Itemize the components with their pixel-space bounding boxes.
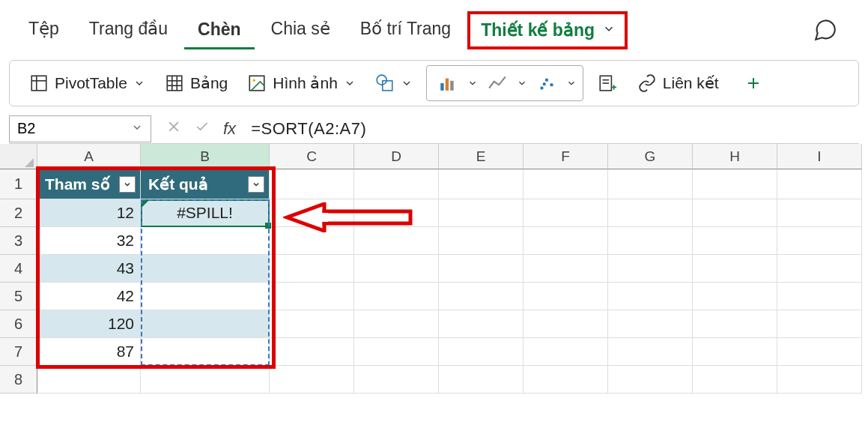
row-header-4[interactable]: 4 (0, 255, 37, 283)
row-header-7[interactable]: 7 (0, 338, 37, 366)
select-all-corner[interactable] (0, 144, 37, 169)
tab-insert[interactable]: Chèn (184, 10, 255, 49)
cell-B2[interactable]: #SPILL! (141, 199, 270, 227)
cell-B3[interactable] (141, 227, 270, 255)
tab-table-design[interactable]: Thiết kế bảng (467, 11, 628, 49)
cell[interactable] (523, 283, 608, 310)
cell[interactable] (693, 255, 777, 283)
pivottable-button[interactable]: PivotTable (23, 69, 151, 97)
cell[interactable] (354, 283, 439, 310)
cell[interactable] (608, 227, 693, 255)
image-button[interactable]: Hình ảnh (241, 69, 362, 97)
cell[interactable] (777, 169, 862, 199)
cell[interactable] (439, 255, 523, 283)
filter-button[interactable] (248, 176, 264, 193)
table-button[interactable]: Bảng (159, 69, 234, 97)
cell[interactable] (439, 227, 523, 255)
enter-icon[interactable] (195, 119, 210, 139)
col-header-I[interactable]: I (777, 144, 862, 169)
col-header-A[interactable]: A (37, 144, 141, 169)
cell[interactable] (523, 227, 608, 255)
col-header-H[interactable]: H (693, 144, 777, 169)
table-header-tham-so[interactable]: Tham số (37, 169, 141, 199)
row-header-8[interactable]: 8 (0, 366, 37, 394)
cell[interactable] (608, 255, 693, 283)
cell[interactable] (270, 255, 354, 283)
line-chart-button[interactable] (482, 70, 512, 97)
cell-A4[interactable]: 43 (37, 255, 141, 283)
row-header-1[interactable]: 1 (0, 169, 37, 199)
cell-B6[interactable] (141, 310, 270, 338)
row-header-6[interactable]: 6 (0, 310, 37, 338)
cell[interactable] (523, 338, 608, 366)
cell[interactable] (354, 366, 439, 394)
cell[interactable] (439, 338, 523, 366)
shapes-button[interactable] (369, 69, 419, 97)
cell[interactable] (270, 169, 354, 199)
row-header-2[interactable]: 2 (0, 199, 37, 227)
cell-B4[interactable] (141, 255, 270, 283)
cell[interactable] (693, 169, 777, 199)
cell[interactable] (354, 310, 439, 338)
col-header-G[interactable]: G (608, 144, 693, 169)
cell[interactable] (608, 169, 693, 199)
col-header-D[interactable]: D (354, 144, 439, 169)
new-comment-button[interactable] (738, 70, 768, 97)
name-box[interactable]: B2 (9, 115, 151, 142)
cell[interactable] (608, 338, 693, 366)
tab-share[interactable]: Chia sẻ (258, 10, 344, 50)
cell[interactable] (37, 366, 141, 394)
col-header-C[interactable]: C (270, 144, 354, 169)
cell[interactable] (777, 283, 862, 310)
link-button[interactable]: Liên kết (631, 69, 725, 97)
cell[interactable] (608, 310, 693, 338)
cell[interactable] (693, 199, 777, 227)
cell[interactable] (439, 310, 523, 338)
tab-file[interactable]: Tệp (15, 10, 73, 50)
cell-B5[interactable] (141, 283, 270, 310)
cell-A5[interactable]: 42 (37, 283, 141, 310)
cell[interactable] (354, 255, 439, 283)
cell[interactable] (439, 283, 523, 310)
cell[interactable] (608, 199, 693, 227)
tab-home[interactable]: Trang đầu (76, 10, 181, 50)
cell[interactable] (141, 366, 270, 394)
col-header-B[interactable]: B (141, 144, 270, 169)
scatter-chart-button[interactable] (532, 70, 562, 97)
cell[interactable] (608, 283, 693, 310)
cell[interactable] (523, 199, 608, 227)
cell[interactable] (270, 366, 354, 394)
col-header-E[interactable]: E (439, 144, 523, 169)
cell[interactable] (777, 227, 862, 255)
cell[interactable] (270, 310, 354, 338)
cell-A2[interactable]: 12 (37, 199, 141, 227)
bar-chart-button[interactable] (433, 70, 463, 97)
col-header-F[interactable]: F (523, 144, 608, 169)
cell[interactable] (439, 366, 523, 394)
cell[interactable] (354, 338, 439, 366)
cell[interactable] (523, 169, 608, 199)
cell[interactable] (777, 310, 862, 338)
cell[interactable] (693, 366, 777, 394)
cell[interactable] (777, 255, 862, 283)
fx-icon[interactable]: fx (223, 119, 236, 139)
cell[interactable] (270, 283, 354, 310)
cell[interactable] (693, 283, 777, 310)
table-header-ket-qua[interactable]: Kết quả (141, 169, 270, 199)
cell[interactable] (693, 338, 777, 366)
cell[interactable] (523, 255, 608, 283)
cell[interactable] (693, 310, 777, 338)
cell[interactable] (777, 199, 862, 227)
filter-button[interactable] (119, 176, 136, 193)
cell[interactable] (270, 338, 354, 366)
cell[interactable] (608, 366, 693, 394)
cell[interactable] (777, 338, 862, 366)
cell[interactable] (439, 199, 523, 227)
slicer-button[interactable] (591, 69, 624, 97)
cell[interactable] (354, 169, 439, 199)
comment-icon[interactable] (813, 17, 838, 43)
tab-page-layout[interactable]: Bố trí Trang (347, 10, 464, 50)
cell[interactable] (439, 169, 523, 199)
cell-B7[interactable] (141, 338, 270, 366)
cell-A3[interactable]: 32 (37, 227, 141, 255)
